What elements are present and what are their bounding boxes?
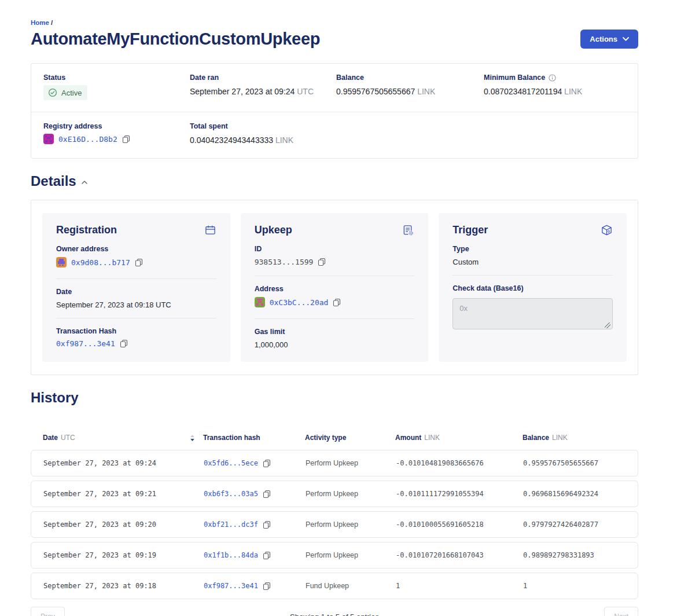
row-activity: Fund Upkeep: [306, 582, 396, 590]
copy-icon[interactable]: [263, 459, 271, 468]
tx-hash-link[interactable]: 0x5fd6...5ece: [204, 459, 258, 467]
cube-icon: [601, 224, 613, 236]
breadcrumb-separator: /: [51, 19, 53, 26]
table-row: September 27, 2023 at 09:20 0xbf21...dc3…: [31, 511, 638, 538]
breadcrumb-home-link[interactable]: Home: [31, 19, 49, 26]
row-balance: 1: [523, 582, 638, 590]
copy-icon[interactable]: [120, 339, 128, 348]
status-badge: Active: [43, 85, 87, 100]
copy-icon[interactable]: [122, 135, 130, 144]
row-amount: 1: [396, 582, 523, 590]
prev-button[interactable]: Prev: [31, 607, 65, 616]
copy-icon[interactable]: [318, 258, 326, 266]
owner-address-field: Owner address 0x9d08...b717: [56, 245, 216, 270]
row-date: September 27, 2023 at 09:18: [43, 582, 204, 590]
registry-address-link[interactable]: 0xE16D...D8b2: [58, 135, 117, 144]
tx-hash-link[interactable]: 0xf987...3e41: [204, 582, 258, 590]
date-ran-value: September 27, 2023 at 09:24 UTC: [190, 87, 336, 96]
total-spent-label: Total spent: [190, 122, 336, 130]
actions-button[interactable]: Actions: [580, 30, 638, 49]
header-row: AutomateMyFunctionCustomUpkeep Actions: [31, 30, 638, 49]
transaction-hash-link[interactable]: 0xf987...3e41: [56, 339, 115, 348]
divider: [56, 278, 216, 279]
registration-date-value: September 27, 2023 at 09:18 UTC: [56, 300, 216, 309]
divider: [255, 318, 415, 319]
chevron-down-icon: [623, 37, 629, 41]
status-label: Status: [43, 74, 190, 82]
total-spent-value: 0.04042324943443333 LINK: [190, 135, 336, 145]
upkeep-address-label: Address: [255, 285, 415, 293]
upkeep-address-field: Address 0xC3bC...20ad: [255, 285, 415, 310]
min-balance-label: Minimum Balance: [484, 74, 638, 82]
upkeep-card: Upkeep ID 938513...1599 Address: [241, 213, 429, 362]
date-ran-unit: UTC: [297, 87, 314, 96]
registration-title: Registration: [56, 224, 117, 236]
next-button[interactable]: Next: [604, 607, 638, 616]
history-heading: History: [31, 390, 638, 406]
row-activity: Perform Upkeep: [306, 490, 396, 498]
copy-icon[interactable]: [333, 298, 341, 307]
details-heading: Details: [31, 173, 638, 189]
upkeep-id-field: ID 938513...1599: [255, 245, 415, 267]
tx-hash-link[interactable]: 0x1f1b...84da: [204, 551, 258, 559]
copy-icon[interactable]: [263, 490, 271, 498]
upkeep-address-identicon: [255, 297, 265, 307]
upkeep-address-link[interactable]: 0xC3bC...20ad: [270, 298, 329, 307]
row-balance: 0.9696815696492324: [523, 490, 638, 498]
balance-unit: LINK: [417, 87, 435, 96]
date-ran-label: Date ran: [190, 74, 336, 82]
balance-label: Balance: [336, 74, 484, 82]
tx-hash-link[interactable]: 0xb6f3...03a5: [204, 490, 258, 498]
row-date: September 27, 2023 at 09:21: [43, 490, 204, 498]
trigger-type-label: Type: [452, 245, 613, 253]
tx-hash-link[interactable]: 0xbf21...dc3f: [204, 520, 258, 529]
gas-limit-field: Gas limit 1,000,000: [255, 328, 415, 349]
copy-icon[interactable]: [263, 520, 271, 529]
balance-field: Balance 0.9595767505655667 LINK: [336, 74, 484, 100]
row-balance: 0.9797927426402877: [523, 520, 638, 529]
transaction-hash-label: Transaction Hash: [56, 327, 216, 335]
check-circle-icon: [48, 88, 57, 97]
total-spent-field: Total spent 0.04042324943443333 LINK: [190, 122, 336, 146]
summary-row-2: Registry address 0xE16D...D8b2 Total spe…: [31, 112, 638, 158]
status-badge-text: Active: [61, 89, 82, 97]
page-content: Home/ AutomateMyFunctionCustomUpkeep Act…: [31, 0, 638, 616]
check-data-label: Check data (Base16): [452, 284, 613, 292]
column-header-balance: BalanceLINK: [523, 434, 638, 442]
min-balance-unit: LINK: [564, 87, 582, 96]
row-amount: -0.010107201668107043: [396, 551, 523, 559]
row-date: September 27, 2023 at 09:24: [43, 459, 204, 467]
gas-limit-value: 1,000,000: [255, 340, 415, 349]
row-activity: Perform Upkeep: [306, 459, 396, 467]
owner-identicon: [56, 257, 67, 267]
row-amount: -0.010104819083665676: [396, 459, 523, 467]
copy-icon[interactable]: [263, 582, 271, 591]
row-activity: Perform Upkeep: [306, 551, 396, 559]
pagination: Prev Showing 1 to 5 of 5 entries Next: [31, 607, 638, 616]
row-balance: 0.9595767505655667: [523, 459, 638, 467]
check-data-field: Check data (Base16): [452, 284, 613, 332]
check-data-textarea[interactable]: [452, 298, 613, 329]
registry-address-label: Registry address: [43, 122, 190, 130]
copy-icon[interactable]: [135, 258, 143, 267]
owner-address-link[interactable]: 0x9d08...b717: [71, 258, 130, 267]
registration-card: Registration Owner address 0x9d08...b717: [42, 213, 230, 362]
upkeep-title: Upkeep: [255, 224, 292, 236]
column-header-activity-type: Activity type: [305, 434, 395, 442]
balance-value: 0.9595767505655667 LINK: [336, 87, 484, 96]
history-rows: September 27, 2023 at 09:24 0x5fd6...5ec…: [31, 450, 638, 599]
owner-address-label: Owner address: [56, 245, 216, 253]
chevron-up-icon[interactable]: [82, 181, 87, 184]
column-header-date[interactable]: DateUTC: [43, 434, 203, 442]
row-amount: -0.010111172991055394: [396, 490, 523, 498]
registry-address-field: Registry address 0xE16D...D8b2: [43, 122, 190, 146]
info-icon[interactable]: [549, 74, 556, 82]
table-row: September 27, 2023 at 09:18 0xf987...3e4…: [31, 573, 638, 599]
registration-date-label: Date: [56, 288, 216, 296]
summary-card: Status Active Date ran September 27, 202…: [31, 63, 638, 159]
registration-date-field: Date September 27, 2023 at 09:18 UTC: [56, 288, 216, 309]
sort-icon[interactable]: [190, 434, 195, 442]
upkeep-id-value: 938513...1599: [255, 258, 314, 266]
row-date: September 27, 2023 at 09:20: [43, 520, 204, 529]
copy-icon[interactable]: [263, 551, 271, 560]
